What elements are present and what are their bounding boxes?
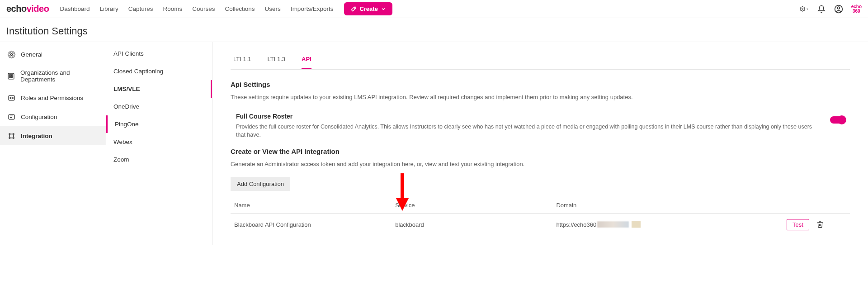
echo360-badge[interactable]: echo 360: [851, 5, 862, 14]
top-nav: Dashboard Library Captures Rooms Courses…: [60, 5, 333, 12]
sidebar2-zoom[interactable]: Zoom: [106, 151, 212, 168]
sidebar2-webex[interactable]: Webex: [106, 133, 212, 151]
create-view-title: Create or View the API Integration: [231, 148, 850, 155]
svg-rect-9: [11, 76, 13, 78]
echo360-line1: echo: [851, 5, 862, 9]
gear-icon: [800, 5, 805, 13]
create-label: Create: [359, 5, 377, 12]
sidebar-item-general[interactable]: General: [0, 45, 106, 64]
svg-point-3: [837, 7, 840, 9]
sidebar-item-integration[interactable]: Integration: [0, 126, 106, 145]
create-button[interactable]: Create: [344, 2, 392, 15]
top-right: echo 360: [800, 5, 862, 14]
logo-part1: echo: [6, 4, 27, 14]
svg-marker-18: [396, 198, 409, 211]
sidebar2-lms-vle[interactable]: LMS/VLE: [106, 80, 212, 98]
config-icon: [7, 113, 15, 121]
svg-point-13: [9, 133, 10, 134]
annotation-arrow-icon: [393, 171, 411, 212]
delete-button[interactable]: [816, 221, 846, 228]
full-roster-title: Full Course Roster: [236, 113, 819, 120]
logo[interactable]: echovideo: [6, 4, 49, 14]
sidebar-item-label: General: [21, 51, 42, 58]
tabs: LTI 1.1 LTI 1.3 API: [231, 51, 850, 70]
svg-point-16: [13, 137, 14, 138]
integration-table: Name Service Domain Blackboard API Confi…: [231, 197, 850, 236]
nav-courses[interactable]: Courses: [192, 5, 215, 12]
row-domain-text: https://echo360: [556, 221, 596, 228]
add-configuration-button[interactable]: Add Configuration: [231, 177, 290, 191]
svg-point-14: [13, 133, 14, 134]
notifications-button[interactable]: [817, 5, 826, 14]
svg-point-15: [9, 137, 10, 138]
row-domain: https://echo360: [552, 213, 738, 236]
roles-icon: [7, 94, 15, 102]
tab-lti11[interactable]: LTI 1.1: [233, 51, 251, 69]
col-domain: Domain: [552, 197, 738, 214]
redacted-text: [597, 221, 629, 228]
svg-rect-7: [11, 74, 13, 76]
sidebar-item-label: Organizations and Departments: [20, 69, 99, 83]
sidebar2-closed-captioning[interactable]: Closed Captioning: [106, 62, 212, 80]
logo-part2: video: [27, 4, 49, 14]
sidebar-item-configuration[interactable]: Configuration: [0, 107, 106, 126]
page-title: Institution Settings: [0, 18, 868, 42]
col-service: Service: [392, 197, 552, 214]
sidebar-item-roles[interactable]: Roles and Permissions: [0, 88, 106, 107]
test-button[interactable]: Test: [787, 219, 809, 230]
chevron-down-icon: [381, 6, 386, 12]
sidebar-item-orgs[interactable]: Organizations and Departments: [0, 64, 106, 88]
table-row: Blackboard API Configuration blackboard …: [231, 213, 850, 236]
full-roster-desc: Provides the full course roster for Cons…: [236, 123, 819, 140]
sidebar-item-label: Roles and Permissions: [21, 95, 83, 101]
top-bar: echovideo Dashboard Library Captures Roo…: [0, 0, 868, 18]
account-button[interactable]: [834, 5, 843, 14]
nav-collections[interactable]: Collections: [225, 5, 255, 12]
row-name: Blackboard API Configuration: [231, 213, 392, 236]
full-course-roster-block: Full Course Roster Provides the full cou…: [231, 113, 850, 140]
org-icon: [7, 72, 15, 80]
gear-icon: [7, 50, 15, 58]
nav-dashboard[interactable]: Dashboard: [60, 5, 90, 12]
nav-captures[interactable]: Captures: [128, 5, 153, 12]
api-settings-title: Api Settings: [231, 81, 850, 88]
sidebar-item-label: Configuration: [21, 114, 57, 120]
nav-rooms[interactable]: Rooms: [163, 5, 183, 12]
col-name: Name: [231, 197, 392, 214]
trash-icon: [816, 221, 824, 228]
nav-library[interactable]: Library: [99, 5, 118, 12]
row-service: blackboard: [392, 213, 552, 236]
redacted-text: [632, 221, 641, 228]
bell-icon: [817, 5, 826, 13]
full-roster-toggle[interactable]: [830, 116, 845, 124]
nav-users[interactable]: Users: [265, 5, 281, 12]
layout: General Organizations and Departments Ro…: [0, 42, 868, 245]
svg-point-11: [9, 97, 11, 99]
sidebar2-api-clients[interactable]: API Clients: [106, 45, 212, 62]
sidebar-secondary: API Clients Closed Captioning LMS/VLE On…: [106, 42, 212, 245]
svg-rect-6: [9, 74, 11, 76]
integration-icon: [7, 132, 15, 140]
main-content: LTI 1.1 LTI 1.3 API Api Settings These s…: [212, 42, 868, 245]
settings-dropdown[interactable]: [800, 5, 809, 14]
nav-imports-exports[interactable]: Imports/Exports: [291, 5, 334, 12]
wand-icon: [350, 6, 357, 12]
caret-down-icon: [806, 7, 809, 11]
tab-api[interactable]: API: [302, 51, 311, 69]
sidebar2-onedrive[interactable]: OneDrive: [106, 98, 212, 115]
tab-lti13[interactable]: LTI 1.3: [268, 51, 286, 69]
sidebar2-pingone[interactable]: PingOne: [106, 115, 212, 133]
svg-point-0: [802, 8, 803, 10]
create-view-desc: Generate an Administrator access token a…: [231, 160, 850, 169]
echo360-line2: 360: [851, 9, 862, 14]
svg-marker-1: [807, 9, 808, 10]
svg-rect-8: [9, 76, 11, 78]
svg-point-4: [10, 53, 12, 55]
api-settings-desc: These settings require updates to your e…: [231, 93, 850, 102]
user-circle-icon: [834, 5, 843, 14]
sidebar-primary: General Organizations and Departments Ro…: [0, 42, 106, 245]
sidebar-item-label: Integration: [21, 133, 52, 139]
